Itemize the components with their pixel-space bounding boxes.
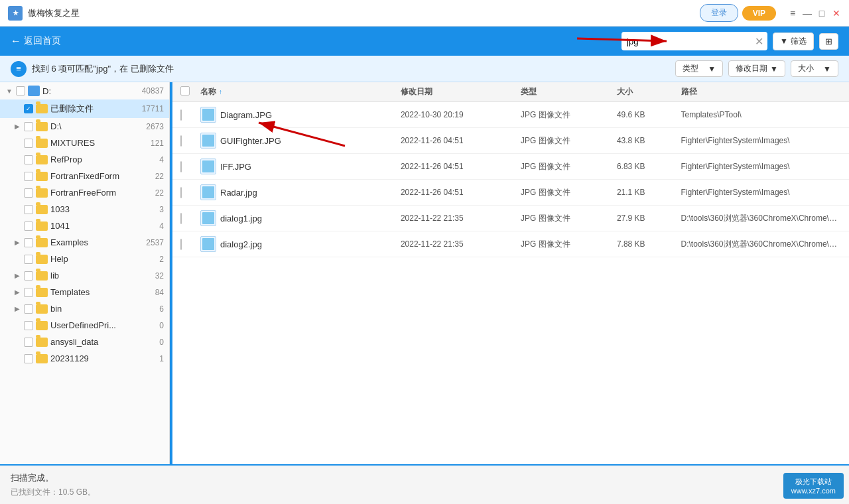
search-wrap: ✕ ▼ 筛选 ⊞ xyxy=(621,32,838,50)
sidebar-item-label: Help xyxy=(50,254,68,264)
select-all-checkbox[interactable] xyxy=(180,86,190,95)
sort-date-button[interactable]: 修改日期 ▼ xyxy=(728,60,785,77)
folder-icon xyxy=(36,221,48,231)
checkbox[interactable] xyxy=(24,354,33,363)
header-name[interactable]: 名称 ↑ xyxy=(200,86,401,97)
header-check[interactable] xyxy=(180,86,200,97)
sidebar-item-count: 2 xyxy=(159,255,164,264)
filter-button[interactable]: ▼ 筛选 xyxy=(773,32,814,50)
checkbox[interactable] xyxy=(24,255,33,264)
row-size-cell: 21.1 KB xyxy=(617,188,681,197)
row-checkbox[interactable] xyxy=(180,239,182,250)
row-checkbox-cell xyxy=(180,110,200,120)
sidebar-item-20231129[interactable]: ▶ 20231129 1 xyxy=(0,350,169,367)
checkbox[interactable] xyxy=(24,172,33,181)
header-path[interactable]: 路径 xyxy=(681,86,842,97)
sidebar-item-label: MIXTURES xyxy=(50,138,95,148)
sidebar-item-label: bin xyxy=(50,304,62,314)
sidebar-item-1033[interactable]: ▶ 1033 3 xyxy=(0,201,169,218)
sidebar-item-templates[interactable]: ▶ Templates 84 xyxy=(0,284,169,300)
sidebar-item-refprop[interactable]: ▶ RefProp 4 xyxy=(0,151,169,168)
row-checkbox-cell xyxy=(180,136,200,146)
view-toggle-button[interactable]: ⊞ xyxy=(819,33,838,50)
table-row[interactable]: dialog2.jpg 2022-11-22 21:35 JPG 图像文件 7.… xyxy=(172,231,849,257)
row-checkbox[interactable] xyxy=(180,213,182,224)
sidebar-item-fortranfixed[interactable]: ▶ FortranFixedForm 22 xyxy=(0,168,169,184)
table-row[interactable]: GUIFighter.JPG 2022-11-26 04:51 JPG 图像文件… xyxy=(172,128,849,154)
sort-type-button[interactable]: 类型 ▼ xyxy=(675,60,723,77)
folder-icon xyxy=(36,338,48,347)
header-date[interactable]: 修改日期 xyxy=(401,86,521,97)
sidebar-item-count: 4 xyxy=(159,221,164,231)
row-size-cell: 7.88 KB xyxy=(617,239,681,249)
folder-icon xyxy=(36,104,48,113)
row-name-cell: IFF.JPG xyxy=(200,158,401,174)
header-size-label: 大小 xyxy=(617,87,633,96)
file-thumb-inner xyxy=(202,212,214,224)
sort-size-button[interactable]: 大小 ▼ xyxy=(791,60,838,77)
header-size[interactable]: 大小 xyxy=(617,86,681,97)
sidebar-item-mixtures[interactable]: ▶ MIXTURES 121 xyxy=(0,135,169,151)
header-type[interactable]: 类型 xyxy=(521,86,617,97)
refprop-checkbox[interactable] xyxy=(24,155,33,164)
back-button[interactable]: ← 返回首页 xyxy=(11,35,61,47)
table-row[interactable]: dialog1.jpg 2022-11-22 21:35 JPG 图像文件 27… xyxy=(172,206,849,231)
row-filename: GUIFighter.JPG xyxy=(220,136,281,146)
search-input[interactable] xyxy=(621,32,767,50)
sidebar-item-1041[interactable]: ▶ 1041 4 xyxy=(0,218,169,234)
minimize-button[interactable]: — xyxy=(803,9,812,18)
status-line2: 已找到文件：10.5 GB。 xyxy=(11,487,838,498)
row-date-cell: 2022-11-22 21:35 xyxy=(401,239,521,249)
row-checkbox[interactable] xyxy=(180,161,182,172)
sidebar-item-lib[interactable]: ▶ lib 32 xyxy=(0,267,169,284)
menu-button[interactable]: ≡ xyxy=(788,9,797,18)
row-filename: IFF.JPG xyxy=(220,162,251,172)
checkbox[interactable] xyxy=(24,271,33,281)
checkbox[interactable] xyxy=(24,304,33,314)
checkbox[interactable] xyxy=(24,288,33,297)
sidebar-item-examples[interactable]: ▶ Examples 2537 xyxy=(0,234,169,251)
sidebar-item-deleted[interactable]: ▶ ✓ 已删除文件 17711 xyxy=(0,99,169,118)
row-path-cell: Fighter\FighterSystem\Images\ xyxy=(681,162,842,171)
login-button[interactable]: 登录 xyxy=(700,4,738,22)
table-row[interactable]: Diagram.JPG 2022-10-30 20:19 JPG 图像文件 49… xyxy=(172,102,849,128)
table-row[interactable]: Radar.jpg 2022-11-26 04:51 JPG 图像文件 21.1… xyxy=(172,180,849,206)
checkbox[interactable] xyxy=(24,338,33,347)
app-logo: ★ xyxy=(8,6,23,21)
checkbox[interactable] xyxy=(24,188,33,198)
sidebar-item-bin[interactable]: ▶ bin 6 xyxy=(0,300,169,317)
watermark: 极光下载站 www.xz7.com xyxy=(783,473,844,499)
vip-button[interactable]: VIP xyxy=(742,6,776,21)
checkbox[interactable] xyxy=(24,321,33,330)
row-name-cell: Diagram.JPG xyxy=(200,107,401,123)
sidebar-item-fortranfree[interactable]: ▶ FortranFreeForm 22 xyxy=(0,184,169,201)
sidebar-item-count: 2537 xyxy=(146,238,164,247)
row-checkbox[interactable] xyxy=(180,135,182,147)
sidebar-item-ansysli[interactable]: ▶ ansysli_data 0 xyxy=(0,334,169,350)
maximize-button[interactable]: □ xyxy=(817,9,826,18)
row-checkbox[interactable] xyxy=(180,109,182,121)
chevron-icon: ▶ xyxy=(13,288,21,296)
sidebar-item-userdefined[interactable]: ▶ UserDefinedPri... 0 xyxy=(0,317,169,334)
row-checkbox[interactable] xyxy=(180,187,182,198)
row-name-cell: dialog2.jpg xyxy=(200,236,401,252)
search-clear-icon[interactable]: ✕ xyxy=(755,35,763,48)
row-name-cell: dialog1.jpg xyxy=(200,210,401,226)
checkbox[interactable] xyxy=(24,205,33,214)
folder-icon xyxy=(36,255,48,264)
sidebar-item-help[interactable]: ▶ Help 2 xyxy=(0,251,169,267)
deleted-checkbox[interactable]: ✓ xyxy=(24,104,33,113)
sidebar-item-d-root[interactable]: ▶ D:\ 2673 xyxy=(0,118,169,135)
mixtures-checkbox[interactable] xyxy=(24,139,33,148)
drive-checkbox[interactable] xyxy=(16,86,25,95)
close-button[interactable]: ✕ xyxy=(832,9,841,18)
checkbox[interactable] xyxy=(24,238,33,247)
sidebar-item-count: 84 xyxy=(155,288,164,297)
table-row[interactable]: IFF.JPG 2022-11-26 04:51 JPG 图像文件 6.83 K… xyxy=(172,154,849,180)
header-type-label: 类型 xyxy=(521,87,537,96)
d-root-checkbox[interactable] xyxy=(24,122,33,131)
file-thumbnail xyxy=(200,210,216,226)
sidebar-item-drive-d[interactable]: ▼ D: 40837 xyxy=(0,82,169,99)
row-type-cell: JPG 图像文件 xyxy=(521,109,617,121)
checkbox[interactable] xyxy=(24,221,33,231)
